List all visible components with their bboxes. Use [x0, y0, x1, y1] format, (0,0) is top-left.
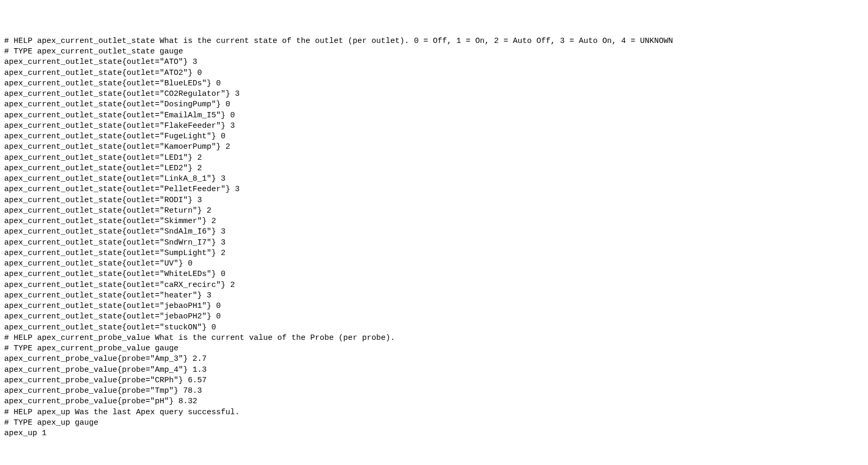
- apex-up-type: # TYPE apex_up gauge: [4, 418, 864, 428]
- outlet-state-entry: apex_current_outlet_state{outlet="Skimme…: [4, 216, 864, 227]
- outlet-state-entry: apex_current_outlet_state{outlet="SndWrn…: [4, 238, 864, 248]
- outlet-state-type: # TYPE apex_current_outlet_state gauge: [4, 47, 864, 57]
- probe-value-entry: apex_current_probe_value{probe="CRPh"} 6…: [4, 375, 864, 386]
- outlet-state-entry: apex_current_outlet_state{outlet="Dosing…: [4, 99, 864, 110]
- outlet-state-entry: apex_current_outlet_state{outlet="LED2"}…: [4, 163, 864, 174]
- outlet-state-entry: apex_current_outlet_state{outlet="Return…: [4, 206, 864, 216]
- outlet-state-entry: apex_current_outlet_state{outlet="EmailA…: [4, 110, 864, 121]
- apex-up-help: # HELP apex_up Was the last Apex query s…: [4, 407, 864, 418]
- outlet-state-entry: apex_current_outlet_state{outlet="jebaoP…: [4, 312, 864, 322]
- outlet-state-entry: apex_current_outlet_state{outlet="SndAlm…: [4, 227, 864, 237]
- outlet-state-entry: apex_current_outlet_state{outlet="RODI"}…: [4, 195, 864, 206]
- outlet-state-entry: apex_current_outlet_state{outlet="caRX_r…: [4, 280, 864, 291]
- outlet-state-entry: apex_current_outlet_state{outlet="WhiteL…: [4, 269, 864, 280]
- outlet-state-entry: apex_current_outlet_state{outlet="Kamoer…: [4, 142, 864, 152]
- outlet-state-entry: apex_current_outlet_state{outlet="ATO"} …: [4, 57, 864, 68]
- probe-value-entry: apex_current_probe_value{probe="Amp_3"} …: [4, 354, 864, 364]
- probe-value-type: # TYPE apex_current_probe_value gauge: [4, 344, 864, 354]
- outlet-state-entry: apex_current_outlet_state{outlet="jebaoP…: [4, 301, 864, 312]
- outlet-state-entry: apex_current_outlet_state{outlet="BlueLE…: [4, 79, 864, 89]
- probe-value-help: # HELP apex_current_probe_value What is …: [4, 333, 864, 344]
- outlet-state-entry: apex_current_outlet_state{outlet="Pellet…: [4, 184, 864, 195]
- apex-up-entry: apex_up 1: [4, 428, 864, 439]
- outlet-state-entry: apex_current_outlet_state{outlet="LED1"}…: [4, 153, 864, 163]
- outlet-state-entry: apex_current_outlet_state{outlet="FlakeF…: [4, 121, 864, 131]
- outlet-state-entry: apex_current_outlet_state{outlet="SumpLi…: [4, 248, 864, 259]
- probe-value-entry: apex_current_probe_value{probe="Amp_4"} …: [4, 365, 864, 375]
- outlet-state-entry: apex_current_outlet_state{outlet="LinkA_…: [4, 174, 864, 184]
- outlet-state-entry: apex_current_outlet_state{outlet="heater…: [4, 291, 864, 301]
- metrics-text-block: # HELP apex_current_outlet_state What is…: [4, 36, 864, 439]
- probe-value-entry: apex_current_probe_value{probe="pH"} 8.3…: [4, 396, 864, 407]
- probe-value-entry: apex_current_probe_value{probe="Tmp"} 78…: [4, 386, 864, 396]
- outlet-state-entry: apex_current_outlet_state{outlet="UV"} 0: [4, 259, 864, 269]
- outlet-state-help: # HELP apex_current_outlet_state What is…: [4, 36, 864, 47]
- outlet-state-entry: apex_current_outlet_state{outlet="stuckO…: [4, 323, 864, 333]
- outlet-state-entry: apex_current_outlet_state{outlet="ATO2"}…: [4, 68, 864, 79]
- outlet-state-entry: apex_current_outlet_state{outlet="CO2Reg…: [4, 89, 864, 99]
- outlet-state-entry: apex_current_outlet_state{outlet="FugeLi…: [4, 131, 864, 142]
